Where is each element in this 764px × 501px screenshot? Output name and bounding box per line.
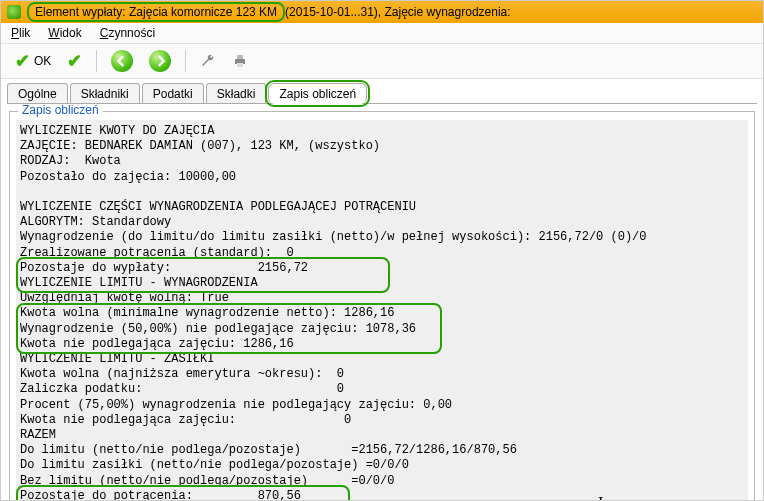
tab-underline [7,103,757,104]
tab-taxes[interactable]: Podatki [142,83,204,104]
app-icon [7,5,21,19]
log-textarea[interactable]: WYLICZENIE KWOTY DO ZAJĘCIA ZAJĘCIE: BED… [16,120,748,501]
title-rest: (2015-10-01...31), Zajęcie wynagrodzenia… [285,5,510,19]
nav-back-button[interactable] [105,47,139,75]
arrow-right-icon [149,50,171,72]
printer-icon [232,53,248,69]
svg-rect-2 [237,63,243,67]
tab-components[interactable]: Składniki [70,83,140,104]
arrow-left-icon [111,50,133,72]
check-icon: ✔ [67,50,82,72]
tab-bar: Ogólne Składniki Podatki Składki Zapis o… [1,79,763,104]
menu-actions[interactable]: Czynności [100,26,155,40]
title-bar: Element wypłaty: Zajęcia komornicze 123 … [1,1,763,23]
separator [185,50,186,72]
tab-general[interactable]: Ogólne [7,83,68,104]
title-highlight: Element wypłaty: Zajęcia komornicze 123 … [27,2,285,22]
fieldset-legend: Zapis obliczeń [18,103,103,117]
toolbar: ✔ OK ✔ [1,44,763,79]
menu-file[interactable]: Plik [11,26,30,40]
ok-button[interactable]: ✔ OK [9,47,57,75]
menu-bar: Plik Widok Czynności [1,23,763,44]
menu-view[interactable]: Widok [48,26,81,40]
separator [96,50,97,72]
ok-label: OK [34,54,51,68]
wrench-icon [200,53,216,69]
log-fieldset: Zapis obliczeń WYLICZENIE KWOTY DO ZAJĘC… [9,111,755,501]
confirm-check-button[interactable]: ✔ [61,47,88,75]
text-cursor-icon: I [598,494,603,501]
nav-forward-button[interactable] [143,47,177,75]
tab-contrib[interactable]: Składki [206,83,267,104]
check-icon: ✔ [15,50,30,72]
svg-rect-1 [237,55,243,59]
tools-button[interactable] [194,50,222,72]
print-button[interactable] [226,50,254,72]
tab-log[interactable]: Zapis obliczeń [268,83,367,104]
